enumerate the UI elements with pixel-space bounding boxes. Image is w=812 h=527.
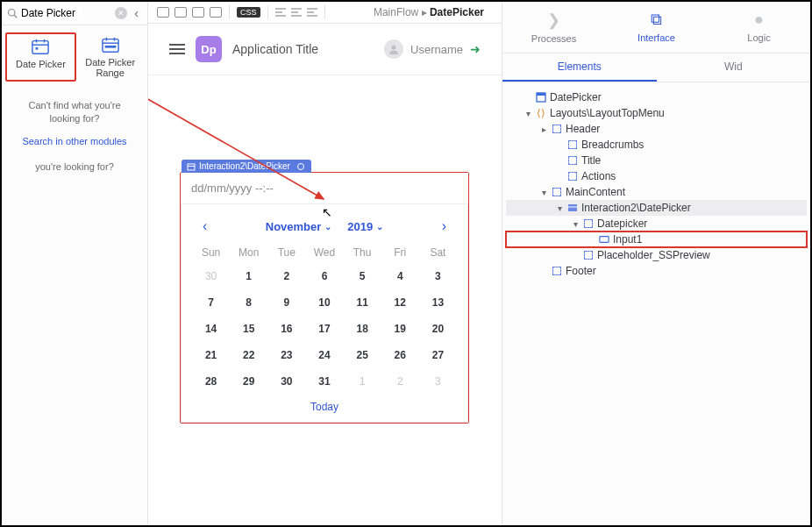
today-button[interactable]: Today [192,394,457,417]
calendar-day[interactable]: 5 [345,267,380,285]
calendar-day[interactable]: 22 [231,346,266,364]
logout-icon[interactable]: ➜ [470,42,481,56]
dow-label: Sun [194,246,228,259]
calendar-day[interactable]: 21 [194,346,228,364]
tree-node[interactable]: Input1 [506,231,807,247]
breadcrumb-parent[interactable]: MainFlow [374,6,418,18]
search-other-modules-link[interactable]: Search in other modules [2,133,147,150]
tree-node[interactable]: ▾MainContent [506,184,807,200]
tree-twisty-icon[interactable]: ▾ [524,109,532,118]
calendar-day[interactable]: 13 [421,294,455,311]
app-title: Application Title [232,42,318,56]
tree-node[interactable]: ▾Datepicker [506,216,807,231]
calendar-day[interactable]: 11 [345,294,380,311]
device-phone-icon[interactable] [157,7,169,18]
hamburger-icon[interactable] [169,44,185,54]
calendar-day[interactable]: 7 [194,294,228,311]
widget-date-picker-range[interactable]: Date Picker Range [76,32,144,82]
tree-twisty-icon[interactable]: ▾ [571,219,580,229]
canvas: CSS MainFlow ▸ DatePicker Dp Application… [148,2,502,525]
clear-search-icon[interactable]: ✕ [115,7,127,19]
calendar-day[interactable]: 30 [194,267,228,285]
canvas-toolbar: CSS MainFlow ▸ DatePicker [148,2,502,24]
widget-tree: DatePicker▾⟨⟩Layouts\LayoutTopMenu▸Heade… [502,82,810,286]
tree-node[interactable]: Actions [506,168,807,184]
widget-date-picker[interactable]: Date Picker [5,32,76,82]
tree-node[interactable]: ▾⟨⟩Layouts\LayoutTopMenu [506,105,807,121]
calendar-day[interactable]: 14 [194,320,228,338]
selected-widget-tag[interactable]: Interaction2\DatePicker [182,160,311,173]
calendar-day[interactable]: 29 [231,373,266,390]
align-right-icon[interactable] [307,8,317,17]
calendar-day[interactable]: 20 [421,320,455,338]
calendar-day[interactable]: 23 [269,346,303,364]
prev-month-button[interactable]: ‹ [199,218,210,234]
calendar-day[interactable]: 30 [269,373,303,390]
year-select[interactable]: 2019⌄ [347,220,383,233]
css-toggle[interactable]: CSS [237,7,260,18]
tab-interface[interactable]: ⧉ Interface [605,2,708,53]
calendar-day[interactable]: 25 [345,346,380,364]
tab-logic[interactable]: ● Logic [708,2,810,53]
sidebar-hint-2: you're looking for? [2,157,147,177]
device-tablet-icon[interactable] [175,7,187,18]
tab-widgets[interactable]: Wid [657,53,811,82]
interface-icon: ⧉ [651,11,662,29]
widget-tag-handle-icon[interactable] [297,163,304,170]
tree-node-label: Datepicker [597,217,647,230]
date-picker-range-icon [101,36,120,53]
tree-node-label: Input1 [613,233,642,246]
tab-elements[interactable]: Elements [502,53,657,82]
tab-label: Processes [531,33,576,44]
tree-node[interactable]: DatePicker [506,89,807,105]
month-select[interactable]: November⌄ [266,220,332,233]
tree-node[interactable]: ▾Interaction2\DatePicker [506,200,807,216]
svg-rect-6 [36,47,39,50]
calendar-day[interactable]: 18 [345,320,380,338]
tree-twisty-icon[interactable]: ▾ [555,203,564,213]
tree-node[interactable]: Placeholder_SSPreview [506,247,807,263]
calendar-day[interactable]: 1 [231,267,266,285]
tree-node[interactable]: ▸Header [506,121,807,137]
date-input[interactable] [181,173,468,204]
align-center-icon[interactable] [291,8,302,17]
separator [229,5,230,19]
calendar-day[interactable]: 31 [307,373,341,390]
calendar-day[interactable]: 4 [383,267,417,285]
calendar-day[interactable]: 2 [269,267,303,285]
tab-processes[interactable]: ❯ Processes [502,2,605,53]
calendar-day[interactable]: 15 [231,320,266,338]
device-wide-icon[interactable] [210,7,222,18]
collapse-sidebar-icon[interactable]: ‹ [131,6,142,20]
calendar-day[interactable]: 6 [307,267,341,285]
separator [324,5,325,19]
calendar-day[interactable]: 19 [383,320,417,338]
calendar-day[interactable]: 9 [269,294,303,311]
calendar-day[interactable]: 1 [345,373,380,390]
calendar-day[interactable]: 28 [194,373,228,390]
calendar-day[interactable]: 12 [383,294,417,311]
calendar-day[interactable]: 26 [383,346,417,364]
align-left-icon[interactable] [275,8,286,17]
tree-node[interactable]: Title [506,153,807,168]
tree-twisty-icon[interactable]: ▸ [539,125,548,134]
calendar-day[interactable]: 24 [307,346,341,364]
tree-twisty-icon[interactable]: ▾ [539,188,548,197]
calendar-day[interactable]: 3 [421,267,455,285]
tree-node[interactable]: Breadcrumbs [506,137,807,153]
search-input[interactable] [21,7,82,19]
calendar-day[interactable]: 10 [307,294,341,311]
calendar-day[interactable]: 3 [421,373,455,390]
calendar-day[interactable]: 17 [307,320,341,338]
calendar-day[interactable]: 2 [383,373,417,390]
tree-node-label: Breadcrumbs [581,139,644,151]
calendar-day[interactable]: 27 [421,346,455,364]
calendar-day[interactable]: 8 [231,294,266,311]
svg-rect-18 [568,204,577,211]
tree-node[interactable]: Footer [506,263,807,279]
device-desktop-icon[interactable] [192,7,204,18]
tree-node-icon: ⟨⟩ [536,108,546,118]
next-month-button[interactable]: › [438,218,450,234]
calendar-day[interactable]: 16 [269,320,303,338]
svg-rect-17 [537,93,545,96]
